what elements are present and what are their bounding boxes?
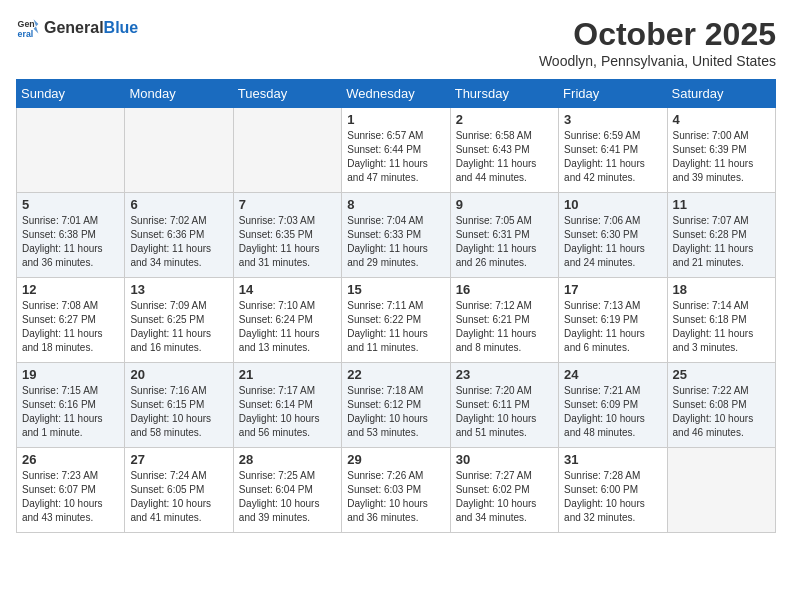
calendar-cell: 9Sunrise: 7:05 AM Sunset: 6:31 PM Daylig… — [450, 193, 558, 278]
day-number: 5 — [22, 197, 119, 212]
cell-content: Sunrise: 7:11 AM Sunset: 6:22 PM Dayligh… — [347, 299, 444, 355]
cell-content: Sunrise: 7:12 AM Sunset: 6:21 PM Dayligh… — [456, 299, 553, 355]
day-number: 24 — [564, 367, 661, 382]
cell-content: Sunrise: 7:01 AM Sunset: 6:38 PM Dayligh… — [22, 214, 119, 270]
day-number: 27 — [130, 452, 227, 467]
day-number: 25 — [673, 367, 770, 382]
calendar-cell: 7Sunrise: 7:03 AM Sunset: 6:35 PM Daylig… — [233, 193, 341, 278]
cell-content: Sunrise: 7:17 AM Sunset: 6:14 PM Dayligh… — [239, 384, 336, 440]
cell-content: Sunrise: 7:04 AM Sunset: 6:33 PM Dayligh… — [347, 214, 444, 270]
cell-content: Sunrise: 7:08 AM Sunset: 6:27 PM Dayligh… — [22, 299, 119, 355]
calendar-week-row: 26Sunrise: 7:23 AM Sunset: 6:07 PM Dayli… — [17, 448, 776, 533]
day-number: 9 — [456, 197, 553, 212]
calendar-cell: 15Sunrise: 7:11 AM Sunset: 6:22 PM Dayli… — [342, 278, 450, 363]
cell-content: Sunrise: 7:15 AM Sunset: 6:16 PM Dayligh… — [22, 384, 119, 440]
day-number: 19 — [22, 367, 119, 382]
month-title: October 2025 — [539, 16, 776, 53]
day-number: 31 — [564, 452, 661, 467]
day-number: 20 — [130, 367, 227, 382]
day-number: 1 — [347, 112, 444, 127]
calendar-week-row: 12Sunrise: 7:08 AM Sunset: 6:27 PM Dayli… — [17, 278, 776, 363]
cell-content: Sunrise: 7:26 AM Sunset: 6:03 PM Dayligh… — [347, 469, 444, 525]
weekday-header: Monday — [125, 80, 233, 108]
calendar-cell: 6Sunrise: 7:02 AM Sunset: 6:36 PM Daylig… — [125, 193, 233, 278]
calendar-cell: 1Sunrise: 6:57 AM Sunset: 6:44 PM Daylig… — [342, 108, 450, 193]
cell-content: Sunrise: 7:14 AM Sunset: 6:18 PM Dayligh… — [673, 299, 770, 355]
day-number: 7 — [239, 197, 336, 212]
day-number: 12 — [22, 282, 119, 297]
calendar-cell-empty — [233, 108, 341, 193]
calendar-cell-empty — [17, 108, 125, 193]
calendar-cell: 21Sunrise: 7:17 AM Sunset: 6:14 PM Dayli… — [233, 363, 341, 448]
calendar-cell: 16Sunrise: 7:12 AM Sunset: 6:21 PM Dayli… — [450, 278, 558, 363]
calendar-cell: 31Sunrise: 7:28 AM Sunset: 6:00 PM Dayli… — [559, 448, 667, 533]
cell-content: Sunrise: 7:20 AM Sunset: 6:11 PM Dayligh… — [456, 384, 553, 440]
calendar-cell: 25Sunrise: 7:22 AM Sunset: 6:08 PM Dayli… — [667, 363, 775, 448]
svg-text:Gen: Gen — [18, 19, 35, 29]
cell-content: Sunrise: 7:05 AM Sunset: 6:31 PM Dayligh… — [456, 214, 553, 270]
calendar-cell: 2Sunrise: 6:58 AM Sunset: 6:43 PM Daylig… — [450, 108, 558, 193]
cell-content: Sunrise: 7:21 AM Sunset: 6:09 PM Dayligh… — [564, 384, 661, 440]
logo-blue: Blue — [104, 19, 139, 36]
calendar-cell: 11Sunrise: 7:07 AM Sunset: 6:28 PM Dayli… — [667, 193, 775, 278]
calendar-cell: 5Sunrise: 7:01 AM Sunset: 6:38 PM Daylig… — [17, 193, 125, 278]
day-number: 28 — [239, 452, 336, 467]
cell-content: Sunrise: 7:18 AM Sunset: 6:12 PM Dayligh… — [347, 384, 444, 440]
cell-content: Sunrise: 7:24 AM Sunset: 6:05 PM Dayligh… — [130, 469, 227, 525]
calendar-cell: 10Sunrise: 7:06 AM Sunset: 6:30 PM Dayli… — [559, 193, 667, 278]
day-number: 14 — [239, 282, 336, 297]
cell-content: Sunrise: 7:13 AM Sunset: 6:19 PM Dayligh… — [564, 299, 661, 355]
calendar-cell-empty — [125, 108, 233, 193]
day-number: 18 — [673, 282, 770, 297]
logo-icon: Gen eral — [16, 16, 40, 40]
day-number: 2 — [456, 112, 553, 127]
logo-general: General — [44, 19, 104, 36]
logo: Gen eral GeneralBlue — [16, 16, 138, 40]
day-number: 23 — [456, 367, 553, 382]
calendar-week-row: 19Sunrise: 7:15 AM Sunset: 6:16 PM Dayli… — [17, 363, 776, 448]
cell-content: Sunrise: 7:10 AM Sunset: 6:24 PM Dayligh… — [239, 299, 336, 355]
cell-content: Sunrise: 7:06 AM Sunset: 6:30 PM Dayligh… — [564, 214, 661, 270]
cell-content: Sunrise: 7:03 AM Sunset: 6:35 PM Dayligh… — [239, 214, 336, 270]
calendar-cell: 23Sunrise: 7:20 AM Sunset: 6:11 PM Dayli… — [450, 363, 558, 448]
title-area: October 2025 Woodlyn, Pennsylvania, Unit… — [539, 16, 776, 69]
calendar-cell: 24Sunrise: 7:21 AM Sunset: 6:09 PM Dayli… — [559, 363, 667, 448]
day-number: 11 — [673, 197, 770, 212]
calendar-cell-empty — [667, 448, 775, 533]
day-number: 13 — [130, 282, 227, 297]
day-number: 21 — [239, 367, 336, 382]
day-number: 16 — [456, 282, 553, 297]
weekday-header: Friday — [559, 80, 667, 108]
cell-content: Sunrise: 7:22 AM Sunset: 6:08 PM Dayligh… — [673, 384, 770, 440]
cell-content: Sunrise: 6:57 AM Sunset: 6:44 PM Dayligh… — [347, 129, 444, 185]
day-number: 6 — [130, 197, 227, 212]
calendar-cell: 29Sunrise: 7:26 AM Sunset: 6:03 PM Dayli… — [342, 448, 450, 533]
day-number: 3 — [564, 112, 661, 127]
day-number: 22 — [347, 367, 444, 382]
calendar-cell: 14Sunrise: 7:10 AM Sunset: 6:24 PM Dayli… — [233, 278, 341, 363]
day-number: 26 — [22, 452, 119, 467]
day-number: 10 — [564, 197, 661, 212]
day-number: 29 — [347, 452, 444, 467]
calendar-cell: 18Sunrise: 7:14 AM Sunset: 6:18 PM Dayli… — [667, 278, 775, 363]
calendar-cell: 17Sunrise: 7:13 AM Sunset: 6:19 PM Dayli… — [559, 278, 667, 363]
page-header: Gen eral GeneralBlue October 2025 Woodly… — [16, 16, 776, 69]
svg-text:eral: eral — [18, 29, 34, 39]
weekday-header: Sunday — [17, 80, 125, 108]
cell-content: Sunrise: 6:58 AM Sunset: 6:43 PM Dayligh… — [456, 129, 553, 185]
calendar-cell: 27Sunrise: 7:24 AM Sunset: 6:05 PM Dayli… — [125, 448, 233, 533]
calendar-cell: 28Sunrise: 7:25 AM Sunset: 6:04 PM Dayli… — [233, 448, 341, 533]
calendar-cell: 3Sunrise: 6:59 AM Sunset: 6:41 PM Daylig… — [559, 108, 667, 193]
calendar-table: SundayMondayTuesdayWednesdayThursdayFrid… — [16, 79, 776, 533]
day-number: 30 — [456, 452, 553, 467]
location: Woodlyn, Pennsylvania, United States — [539, 53, 776, 69]
cell-content: Sunrise: 7:27 AM Sunset: 6:02 PM Dayligh… — [456, 469, 553, 525]
weekday-header: Tuesday — [233, 80, 341, 108]
cell-content: Sunrise: 7:07 AM Sunset: 6:28 PM Dayligh… — [673, 214, 770, 270]
day-number: 8 — [347, 197, 444, 212]
weekday-header: Saturday — [667, 80, 775, 108]
cell-content: Sunrise: 7:25 AM Sunset: 6:04 PM Dayligh… — [239, 469, 336, 525]
cell-content: Sunrise: 6:59 AM Sunset: 6:41 PM Dayligh… — [564, 129, 661, 185]
cell-content: Sunrise: 7:00 AM Sunset: 6:39 PM Dayligh… — [673, 129, 770, 185]
calendar-cell: 13Sunrise: 7:09 AM Sunset: 6:25 PM Dayli… — [125, 278, 233, 363]
